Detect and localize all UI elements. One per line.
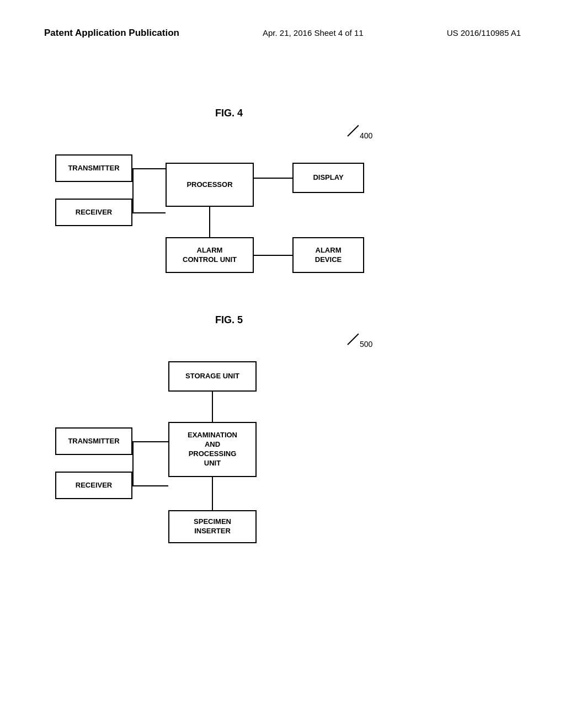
fig5-conn-trans-exam bbox=[132, 441, 168, 442]
fig4-ref-number: 400 bbox=[360, 131, 372, 140]
fig4-processor-box: PROCESSOR bbox=[166, 163, 254, 207]
fig5-storage-box: STORAGE UNIT bbox=[168, 361, 257, 392]
fig4-conn-trans-proc bbox=[132, 168, 166, 169]
fig5-transmitter-box: TRANSMITTER bbox=[55, 427, 132, 455]
fig5-conn-exam-specimen bbox=[212, 477, 213, 510]
fig4-label: FIG. 4 bbox=[215, 108, 243, 119]
publication-title: Patent Application Publication bbox=[44, 28, 179, 39]
fig5-conn-storage-exam bbox=[212, 392, 213, 422]
fig4-conn-alarmctrl-alarmdev bbox=[254, 255, 292, 256]
publication-number: US 2016/110985 A1 bbox=[447, 28, 521, 38]
fig4-transmitter-box: TRANSMITTER bbox=[55, 154, 132, 182]
fig4-alarm-control-box: ALARMCONTROL UNIT bbox=[166, 237, 254, 273]
header: Patent Application Publication Apr. 21, … bbox=[44, 28, 521, 39]
fig4-conn-recv-proc bbox=[132, 212, 166, 213]
fig4-conn-left-v bbox=[132, 168, 134, 212]
fig4-receiver-box: RECEIVER bbox=[55, 199, 132, 226]
fig4-conn-proc-alarm-ctrl bbox=[209, 207, 210, 237]
fig5-receiver-box: RECEIVER bbox=[55, 472, 132, 499]
fig5-specimen-box: SPECIMENINSERTER bbox=[168, 510, 257, 543]
fig5-label: FIG. 5 bbox=[215, 314, 243, 326]
fig5-conn-recv-exam bbox=[132, 485, 168, 486]
fig4-alarm-device-box: ALARMDEVICE bbox=[292, 237, 364, 273]
fig4-conn-proc-disp bbox=[254, 178, 292, 179]
fig4-display-box: DISPLAY bbox=[292, 163, 364, 193]
fig5-ref-number: 500 bbox=[360, 340, 372, 349]
fig5-exam-proc-box: EXAMINATIONANDPROCESSINGUNIT bbox=[168, 422, 257, 477]
fig5-conn-left-v bbox=[132, 441, 134, 485]
publication-date-sheet: Apr. 21, 2016 Sheet 4 of 11 bbox=[263, 28, 364, 38]
